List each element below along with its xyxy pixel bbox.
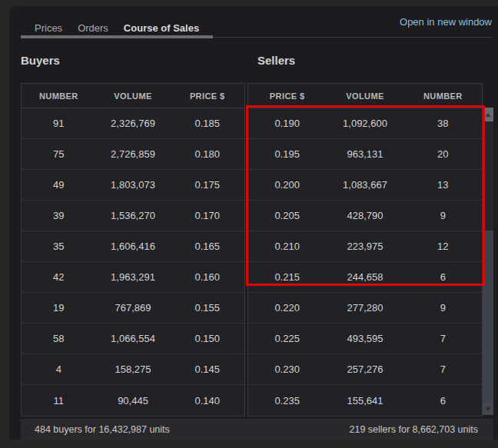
table-cell: 0.145 — [170, 354, 244, 384]
table-cell: 277,280 — [326, 293, 403, 323]
buyers-table-body: 912,326,7690.185752,726,8590.180491,803,… — [22, 108, 244, 416]
table-cell: 2,726,859 — [96, 139, 171, 169]
table-row: 0.195963,13120 — [248, 139, 482, 170]
table-cell: 6 — [404, 262, 482, 292]
table-cell: 0.150 — [170, 324, 244, 353]
table-row: 19767,8690.155 — [22, 293, 244, 324]
sellers-column-volume: VOLUME — [326, 84, 403, 108]
table-cell: 0.195 — [248, 139, 326, 169]
table-row: 912,326,7690.185 — [22, 108, 244, 139]
tab-orders[interactable]: Orders — [78, 22, 108, 34]
up-arrow-icon — [485, 113, 491, 117]
table-cell: 1,083,667 — [326, 170, 403, 200]
table-cell: 75 — [22, 139, 96, 169]
table-row: 0.2001,083,66713 — [248, 170, 482, 201]
table-cell: 244,658 — [326, 262, 403, 292]
sellers-table-body: 0.1901,092,600380.195963,131200.2001,083… — [248, 108, 482, 416]
buyers-column-price: PRICE $ — [170, 84, 244, 108]
table-row: 491,803,0730.175 — [22, 170, 244, 201]
table-cell: 0.140 — [170, 385, 244, 416]
table-row: 0.215244,6586 — [248, 262, 482, 293]
table-cell: 9 — [404, 293, 482, 323]
table-cell: 0.210 — [248, 231, 326, 261]
table-row: 0.230257,2767 — [248, 354, 482, 385]
table-cell: 0.205 — [248, 201, 326, 231]
sellers-column-price: PRICE $ — [248, 84, 326, 108]
tab-bar: Prices Orders Course of Sales — [35, 22, 199, 34]
table-row: 4158,2750.145 — [22, 354, 244, 385]
scrollbar-down-button[interactable] — [483, 403, 493, 415]
table-cell: 0.180 — [170, 139, 244, 169]
sellers-summary: 219 sellers for 8,662,703 units — [350, 424, 478, 435]
table-cell: 1,066,554 — [96, 324, 171, 353]
table-row: 0.235155,6416 — [248, 385, 482, 416]
table-cell: 42 — [22, 262, 96, 292]
table-cell: 11 — [22, 385, 96, 416]
table-cell: 0.165 — [170, 231, 244, 261]
table-cell: 13 — [404, 170, 482, 200]
open-in-new-window-link[interactable]: Open in new window — [400, 16, 492, 28]
table-cell: 49 — [22, 170, 96, 200]
table-cell: 0.230 — [248, 354, 326, 384]
course-of-sales-panel: Prices Orders Course of Sales Open in ne… — [9, 6, 498, 440]
buyers-column-volume: VOLUME — [96, 84, 171, 108]
tab-underline — [21, 35, 213, 38]
table-cell: 20 — [404, 139, 482, 169]
sellers-table-header: PRICE $ VOLUME NUMBER — [248, 84, 482, 108]
table-cell: 91 — [22, 108, 96, 138]
buyers-summary: 484 buyers for 16,432,987 units — [35, 424, 170, 435]
table-cell: 1,536,270 — [96, 201, 171, 231]
table-row: 0.225493,5957 — [248, 324, 482, 354]
scrollbar-up-button[interactable] — [483, 108, 493, 121]
table-cell: 4 — [22, 354, 96, 384]
buyers-column-number: NUMBER — [22, 84, 96, 108]
down-arrow-icon — [485, 407, 491, 411]
sellers-table: PRICE $ VOLUME NUMBER 0.1901,092,600380.… — [247, 83, 483, 416]
buyers-table: NUMBER VOLUME PRICE $ 912,326,7690.18575… — [21, 83, 245, 416]
summary-footer: 484 buyers for 16,432,987 units 219 sell… — [21, 419, 493, 440]
table-cell: 0.215 — [248, 262, 326, 292]
table-cell: 9 — [404, 201, 482, 231]
tab-divider-line — [213, 37, 492, 38]
buyers-heading: Buyers — [21, 54, 60, 67]
table-cell: 223,975 — [326, 231, 403, 261]
scrollbar-thumb[interactable] — [483, 121, 493, 231]
table-cell: 257,276 — [326, 354, 403, 384]
table-cell: 493,595 — [326, 324, 403, 353]
table-cell: 155,641 — [326, 385, 403, 416]
table-cell: 0.190 — [248, 108, 326, 138]
sellers-column-number: NUMBER — [404, 84, 482, 108]
table-cell: 0.235 — [248, 385, 326, 416]
table-row: 1190,4450.140 — [22, 385, 244, 416]
table-cell: 39 — [22, 201, 96, 231]
table-cell: 0.175 — [170, 170, 244, 200]
table-cell: 963,131 — [326, 139, 403, 169]
table-cell: 428,790 — [326, 201, 403, 231]
table-row: 752,726,8590.180 — [22, 139, 244, 170]
table-cell: 2,326,769 — [96, 108, 171, 138]
table-cell: 7 — [404, 324, 482, 353]
table-cell: 35 — [22, 231, 96, 261]
table-row: 391,536,2700.170 — [22, 201, 244, 231]
table-cell: 7 — [404, 354, 482, 384]
tab-prices[interactable]: Prices — [35, 22, 62, 34]
buyers-table-header: NUMBER VOLUME PRICE $ — [22, 84, 244, 108]
table-cell: 1,803,073 — [96, 170, 171, 200]
table-cell: 19 — [22, 293, 96, 323]
tab-course-of-sales[interactable]: Course of Sales — [124, 22, 199, 34]
table-cell: 1,606,416 — [96, 231, 171, 261]
table-cell: 1,092,600 — [326, 108, 403, 138]
table-cell: 0.200 — [248, 170, 326, 200]
table-cell: 0.225 — [248, 324, 326, 353]
table-cell: 6 — [404, 385, 482, 416]
table-cell: 38 — [404, 108, 482, 138]
table-row: 351,606,4160.165 — [22, 231, 244, 262]
table-cell: 0.170 — [170, 201, 244, 231]
sellers-heading: Sellers — [257, 54, 295, 67]
table-cell: 1,963,291 — [96, 262, 171, 292]
table-cell: 12 — [404, 231, 482, 261]
sellers-scrollbar-track[interactable] — [483, 108, 493, 415]
table-cell: 767,869 — [96, 293, 171, 323]
table-row: 0.210223,97512 — [248, 231, 482, 262]
table-cell: 0.160 — [170, 262, 244, 292]
